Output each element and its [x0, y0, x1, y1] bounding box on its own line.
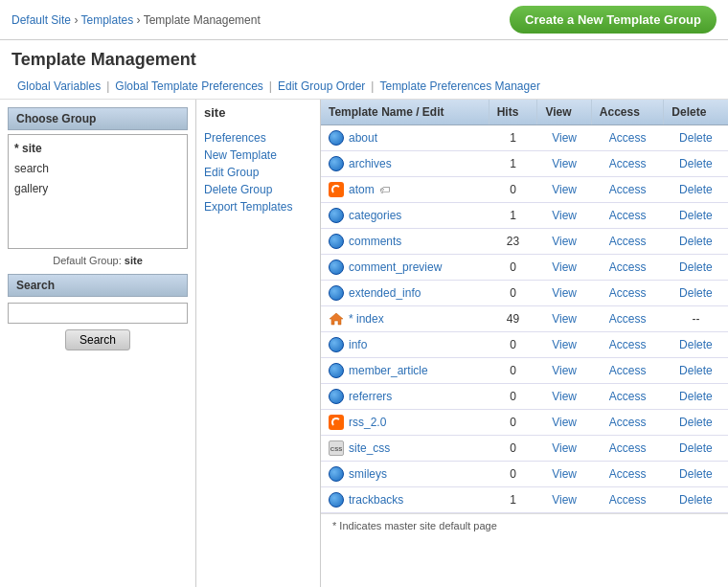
- view-link[interactable]: View: [552, 131, 577, 145]
- delete-link[interactable]: Delete: [679, 209, 713, 222]
- nav-global-variables[interactable]: Global Variables: [11, 79, 106, 93]
- access-link[interactable]: Access: [609, 260, 647, 274]
- delete-link[interactable]: Delete: [679, 286, 713, 300]
- access-link[interactable]: Access: [609, 493, 647, 507]
- view-link[interactable]: View: [552, 286, 577, 300]
- breadcrumb-site[interactable]: Default Site: [11, 13, 71, 27]
- access-link[interactable]: Access: [609, 364, 647, 377]
- access-link[interactable]: Access: [609, 416, 647, 429]
- access-link[interactable]: Access: [609, 338, 647, 351]
- breadcrumb-templates[interactable]: Templates: [81, 13, 134, 27]
- access-link[interactable]: Access: [609, 131, 647, 145]
- delete-link[interactable]: Delete: [679, 183, 713, 196]
- template-name-link[interactable]: site_css: [349, 441, 390, 455]
- home-icon: [329, 311, 344, 327]
- view-link[interactable]: View: [552, 338, 577, 351]
- globe-icon: [329, 389, 344, 404]
- template-name-link[interactable]: about: [349, 131, 377, 145]
- delete-link[interactable]: Delete: [679, 416, 713, 429]
- view-link[interactable]: View: [552, 441, 577, 455]
- rss-icon: [329, 415, 344, 430]
- link-preferences[interactable]: Preferences: [204, 131, 312, 145]
- template-name-cell: atom🏷: [321, 177, 489, 203]
- delete-link[interactable]: Delete: [679, 235, 713, 248]
- delete-link[interactable]: Delete: [679, 157, 713, 170]
- search-title: Search: [8, 274, 188, 297]
- group-item-search[interactable]: search: [12, 159, 183, 179]
- template-access: Access: [591, 384, 664, 410]
- search-button[interactable]: Search: [65, 329, 130, 350]
- view-link[interactable]: View: [552, 364, 577, 377]
- template-name-cell: extended_info: [321, 281, 489, 306]
- view-link[interactable]: View: [552, 209, 577, 222]
- view-link[interactable]: View: [552, 416, 577, 429]
- template-name-link[interactable]: * index: [349, 312, 384, 326]
- link-delete-group[interactable]: Delete Group: [204, 183, 312, 196]
- nav-global-template-preferences[interactable]: Global Template Preferences: [109, 79, 269, 93]
- link-export-templates[interactable]: Export Templates: [204, 200, 312, 214]
- globe-icon: [329, 337, 344, 352]
- view-link[interactable]: View: [552, 312, 577, 326]
- template-name-link[interactable]: info: [349, 338, 367, 351]
- access-link[interactable]: Access: [609, 286, 647, 300]
- delete-link[interactable]: Delete: [679, 493, 713, 507]
- template-view: View: [537, 332, 591, 358]
- template-delete: Delete: [664, 177, 728, 203]
- template-name-link[interactable]: atom: [349, 183, 375, 196]
- globe-icon: [329, 285, 344, 301]
- access-link[interactable]: Access: [609, 157, 647, 170]
- view-link[interactable]: View: [552, 183, 577, 196]
- search-input[interactable]: [8, 303, 188, 324]
- template-name-link[interactable]: smileys: [349, 467, 387, 481]
- link-new-template[interactable]: New Template: [204, 148, 312, 162]
- template-name-link[interactable]: rss_2.0: [349, 416, 386, 429]
- template-name-link[interactable]: categories: [349, 209, 401, 222]
- access-link[interactable]: Access: [609, 235, 647, 248]
- template-delete: Delete: [664, 384, 728, 410]
- view-link[interactable]: View: [552, 493, 577, 507]
- view-link[interactable]: View: [552, 390, 577, 403]
- template-name-link[interactable]: archives: [349, 157, 392, 170]
- access-link[interactable]: Access: [609, 441, 647, 455]
- globe-icon: [329, 130, 344, 146]
- view-link[interactable]: View: [552, 235, 577, 248]
- access-link[interactable]: Access: [609, 209, 647, 222]
- table-row: member_article0ViewAccessDelete: [321, 358, 728, 384]
- default-group-label: Default Group: site: [8, 255, 188, 266]
- template-name-link[interactable]: comments: [349, 235, 401, 248]
- template-name-cell: * index: [321, 306, 489, 332]
- template-name-link[interactable]: comment_preview: [349, 260, 442, 274]
- link-edit-group[interactable]: Edit Group: [204, 166, 312, 179]
- access-link[interactable]: Access: [609, 390, 647, 403]
- template-name-link[interactable]: referrers: [349, 390, 392, 403]
- template-name-link[interactable]: trackbacks: [349, 493, 403, 507]
- delete-link[interactable]: Delete: [679, 441, 713, 455]
- delete-link[interactable]: Delete: [679, 364, 713, 377]
- globe-icon: [329, 466, 344, 482]
- delete-link[interactable]: Delete: [679, 338, 713, 351]
- delete-link[interactable]: Delete: [679, 131, 713, 145]
- delete-link[interactable]: Delete: [679, 260, 713, 274]
- template-delete: Delete: [664, 487, 728, 513]
- nav-template-preferences-manager[interactable]: Template Preferences Manager: [374, 79, 545, 93]
- access-link[interactable]: Access: [609, 467, 647, 481]
- view-link[interactable]: View: [552, 157, 577, 170]
- middle-panel: site Preferences New Template Edit Group…: [196, 100, 321, 587]
- template-name-link[interactable]: extended_info: [349, 286, 421, 300]
- nav-edit-group-order[interactable]: Edit Group Order: [272, 79, 371, 93]
- delete-link[interactable]: Delete: [679, 467, 713, 481]
- template-view: View: [537, 151, 591, 177]
- access-link[interactable]: Access: [609, 312, 647, 326]
- globe-icon: [329, 363, 344, 378]
- template-delete: Delete: [664, 125, 728, 151]
- template-name-link[interactable]: member_article: [349, 364, 428, 377]
- view-link[interactable]: View: [552, 260, 577, 274]
- group-item-gallery[interactable]: gallery: [12, 179, 183, 199]
- create-template-group-button[interactable]: Create a New Template Group: [510, 6, 717, 34]
- group-item-site[interactable]: * site: [12, 139, 183, 159]
- view-link[interactable]: View: [552, 467, 577, 481]
- access-link[interactable]: Access: [609, 183, 647, 196]
- delete-link[interactable]: Delete: [679, 390, 713, 403]
- globe-icon: [329, 492, 344, 508]
- table-row: comments23ViewAccessDelete: [321, 229, 728, 255]
